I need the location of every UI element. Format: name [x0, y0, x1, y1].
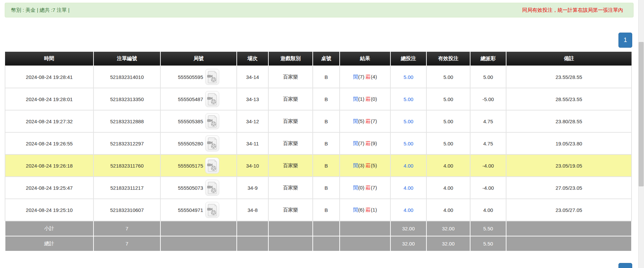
- header-table-no: 桌號: [313, 52, 340, 66]
- total-bet-link[interactable]: 4.00: [404, 207, 413, 213]
- result-cell: 閒(1) 莊(0): [340, 88, 390, 110]
- summary-banner: 幣別 : 美金 | 總共 :7 注單 | 同局有效投注，統一計算在該局第一張注單…: [5, 3, 634, 17]
- total-bet-cell: 5.00: [390, 88, 426, 110]
- result-cell: 閒(5) 莊(7): [340, 110, 390, 132]
- total-label: 總計: [5, 236, 93, 251]
- header-result: 結果: [340, 52, 390, 66]
- session-cell: 34-8: [237, 199, 268, 221]
- game-type-cell: 百家樂: [268, 177, 313, 199]
- valid-bet-cell: 4.00: [426, 177, 470, 199]
- header-bet-id: 注單編號: [93, 52, 160, 66]
- round-no-cell: 555505280: [160, 132, 237, 154]
- play-video-button[interactable]: [205, 91, 219, 107]
- subtotal-row: 小計 7 32.00 32.00 5.50: [5, 221, 632, 236]
- play-video-button[interactable]: [205, 158, 219, 174]
- play-video-button[interactable]: [205, 135, 219, 151]
- time-cell: 2024-08-24 19:28:41: [5, 66, 93, 88]
- total-bet-link[interactable]: 5.00: [404, 141, 413, 146]
- subtotal-count: 7: [93, 221, 160, 236]
- total-bet-link[interactable]: 4.00: [404, 163, 413, 169]
- result-cell: 閒(7) 莊(4): [340, 66, 390, 88]
- total-total-bet: 32.00: [390, 236, 426, 251]
- play-video-button[interactable]: [205, 113, 219, 129]
- payout-cell: -4.00: [470, 154, 506, 177]
- session-cell: 34-14: [237, 66, 268, 88]
- header-time: 時間: [5, 52, 93, 66]
- total-bet-cell: 4.00: [390, 154, 426, 177]
- scrollbar-track[interactable]: [638, 0, 644, 268]
- scrollbar-thumb[interactable]: [639, 42, 644, 186]
- result-player-label: 閒: [353, 96, 358, 102]
- round-no-cell: 555505073: [160, 177, 237, 199]
- table-row[interactable]: 2024-08-24 19:28:01 521832313350 5555054…: [5, 88, 632, 110]
- payout-cell: -4.00: [470, 177, 506, 199]
- total-bet-cell: 4.00: [390, 199, 426, 221]
- play-video-button[interactable]: [205, 69, 219, 85]
- result-player-score: (7): [358, 140, 364, 146]
- subtotal-label: 小計: [5, 221, 93, 236]
- remark-cell: 23.55/28.55: [506, 66, 632, 88]
- play-video-button[interactable]: [205, 202, 219, 218]
- video-file-icon: [207, 93, 218, 105]
- result-banker-label: 莊: [366, 140, 371, 146]
- table-row[interactable]: 2024-08-24 19:26:18 521832311760 5555051…: [5, 154, 632, 177]
- result-banker-score: (9): [371, 140, 377, 146]
- table-no-cell: B: [313, 177, 340, 199]
- bet-id-cell: 521832311217: [93, 177, 160, 199]
- result-player-score: (5): [358, 118, 364, 124]
- pagination-page-1-button-bottom[interactable]: 1: [618, 263, 632, 268]
- round-no-cell: 555505175: [160, 154, 237, 177]
- game-type-cell: 百家樂: [268, 66, 313, 88]
- total-bet-link[interactable]: 5.00: [404, 96, 413, 102]
- table-row[interactable]: 2024-08-24 19:28:41 521832314010 5555055…: [5, 66, 632, 88]
- total-bet-link[interactable]: 4.00: [404, 185, 413, 191]
- result-player-score: (6): [358, 207, 364, 213]
- round-number: 555505073: [178, 185, 203, 191]
- total-count: 7: [93, 236, 160, 251]
- table-no-cell: B: [313, 132, 340, 154]
- remark-cell: 23.05/27.05: [506, 199, 632, 221]
- game-type-cell: 百家樂: [268, 88, 313, 110]
- video-file-icon: [207, 71, 218, 83]
- bet-id-cell: 521832312297: [93, 132, 160, 154]
- valid-bet-cell: 4.00: [426, 199, 470, 221]
- table-row[interactable]: 2024-08-24 19:25:47 521832311217 5555050…: [5, 177, 632, 199]
- pagination-page-1-button[interactable]: 1: [618, 33, 632, 48]
- payout-cell: -5.00: [470, 88, 506, 110]
- header-game-type: 遊戲類別: [268, 52, 313, 66]
- session-cell: 34-11: [237, 132, 268, 154]
- round-number: 555505595: [178, 74, 203, 80]
- bet-id-cell: 521832311760: [93, 154, 160, 177]
- round-number: 555505385: [178, 119, 203, 124]
- remark-cell: 27.05/23.05: [506, 177, 632, 199]
- total-bet-cell: 5.00: [390, 66, 426, 88]
- round-no-cell: 555505385: [160, 110, 237, 132]
- game-type-cell: 百家樂: [268, 132, 313, 154]
- result-player-score: (0): [358, 185, 364, 190]
- bet-id-cell: 521832312888: [93, 110, 160, 132]
- total-bet-link[interactable]: 5.00: [404, 119, 413, 124]
- settlement-notice: 同局有效投注，統一計算在該局第一張注單內: [522, 7, 623, 13]
- round-no-cell: 555505487: [160, 88, 237, 110]
- total-bet-link[interactable]: 5.00: [404, 74, 413, 80]
- currency-total-label: 幣別 : 美金 | 總共 :7 注單 |: [11, 7, 70, 13]
- time-cell: 2024-08-24 19:28:01: [5, 88, 93, 110]
- remark-cell: 28.55/23.55: [506, 88, 632, 110]
- remark-cell: 23.80/28.55: [506, 110, 632, 132]
- round-number: 555505487: [178, 96, 203, 102]
- table-row[interactable]: 2024-08-24 19:27:32 521832312888 5555053…: [5, 110, 632, 132]
- play-video-button[interactable]: [205, 180, 219, 196]
- result-cell: 閒(7) 莊(9): [340, 132, 390, 154]
- subtotal-total-bet: 32.00: [390, 221, 426, 236]
- header-valid-bet: 有效投注: [426, 52, 470, 66]
- total-bet-cell: 4.00: [390, 177, 426, 199]
- table-row[interactable]: 2024-08-24 19:26:55 521832312297 5555052…: [5, 132, 632, 154]
- round-no-cell: 555505595: [160, 66, 237, 88]
- result-cell: 閒(3) 莊(5): [340, 154, 390, 177]
- video-file-icon: [207, 159, 218, 172]
- total-bet-cell: 5.00: [390, 110, 426, 132]
- remark-cell: 19.05/23.80: [506, 132, 632, 154]
- video-file-icon: [207, 137, 218, 150]
- table-row[interactable]: 2024-08-24 19:25:10 521832310607 5555049…: [5, 199, 632, 221]
- result-player-score: (1): [358, 96, 364, 102]
